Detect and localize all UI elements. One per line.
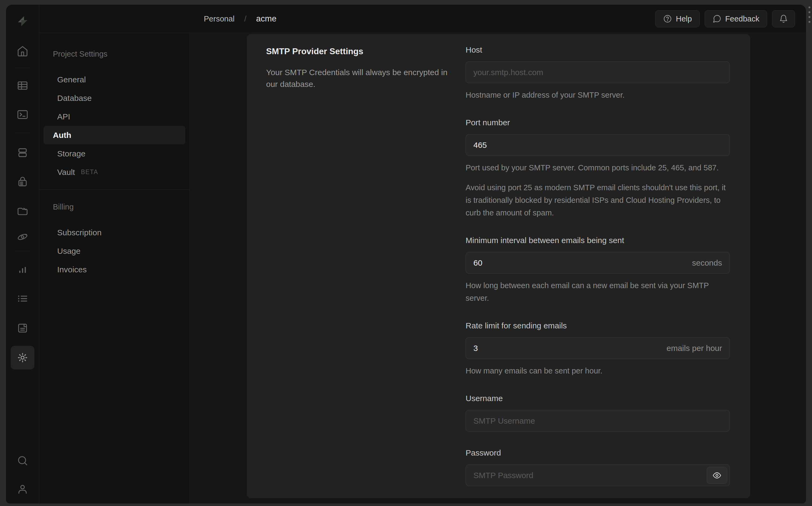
rail-item-search[interactable] (11, 449, 34, 473)
reveal-password-button[interactable] (707, 467, 727, 484)
help-button[interactable]: Help (655, 10, 700, 27)
bell-icon (779, 14, 788, 23)
username-label: Username (466, 394, 730, 403)
supabase-logo[interactable] (6, 15, 39, 27)
host-helper: Hostname or IP address of your SMTP serv… (466, 89, 730, 101)
gear-icon (17, 352, 28, 363)
sidebar-item-storage[interactable]: Storage (44, 144, 185, 163)
help-circle-icon (663, 14, 672, 23)
rail-item-edge-functions[interactable] (11, 225, 34, 249)
host-label: Host (466, 45, 730, 55)
supabase-logo-icon (17, 15, 28, 27)
database-icon (17, 147, 28, 159)
host-input[interactable] (473, 68, 722, 77)
home-icon (17, 45, 28, 57)
nav-divider (39, 189, 190, 190)
breadcrumb-project[interactable]: acme (256, 14, 277, 24)
username-input-wrap (466, 410, 730, 432)
interval-helper: How long between each email can a new em… (466, 279, 730, 305)
breadcrumb-org[interactable]: Personal (204, 14, 234, 23)
main-content: SMTP Provider Settings Your SMTP Credent… (190, 33, 806, 504)
port-input-wrap (466, 134, 730, 156)
sidebar-item-vault[interactable]: Vault BETA (44, 163, 185, 181)
rate-field-group: Rate limit for sending emails emails per… (466, 321, 730, 377)
sql-editor-icon (17, 109, 28, 120)
password-input-wrap (466, 465, 730, 486)
rate-suffix: emails per hour (666, 344, 722, 353)
auth-lock-icon (17, 176, 28, 187)
storage-icon (17, 205, 28, 217)
user-icon (17, 483, 28, 495)
docs-icon (17, 322, 28, 334)
rail-item-docs[interactable] (11, 316, 34, 340)
table-editor-icon (17, 80, 28, 91)
rate-label: Rate limit for sending emails (466, 321, 730, 330)
port-input[interactable] (473, 141, 722, 150)
sidebar-item-auth[interactable]: Auth (44, 126, 185, 144)
interval-input[interactable] (473, 258, 692, 267)
host-input-wrap (466, 62, 730, 83)
password-field-group: Password (466, 448, 730, 486)
rail-divider (15, 133, 30, 133)
rail-item-home[interactable] (11, 39, 34, 63)
rate-helper: How many emails can be sent per hour. (466, 365, 730, 377)
beta-badge: BETA (81, 168, 98, 176)
scrollbar-thumb[interactable] (808, 6, 811, 26)
interval-suffix: seconds (692, 258, 722, 267)
sidebar-item-database[interactable]: Database (44, 89, 185, 107)
host-field-group: Host Hostname or IP address of your SMTP… (466, 45, 730, 101)
breadcrumb-separator: / (244, 14, 246, 23)
rail-item-authentication[interactable] (11, 170, 34, 193)
feedback-bubble-icon (712, 14, 722, 23)
sidebar-item-usage[interactable]: Usage (44, 242, 185, 260)
rate-input[interactable] (473, 344, 666, 353)
feedback-button[interactable]: Feedback (705, 10, 767, 27)
port-field-group: Port number Port used by your SMTP serve… (466, 118, 730, 219)
rate-input-wrap: emails per hour (466, 337, 730, 359)
rail-divider (15, 68, 30, 68)
port-label: Port number (466, 118, 730, 127)
settings-sidenav: Settings Project Settings General Databa… (39, 5, 190, 504)
rail-item-database[interactable] (11, 141, 34, 164)
notifications-button[interactable] (772, 10, 795, 27)
rail-item-project-settings[interactable] (11, 346, 34, 369)
sidebar-item-invoices[interactable]: Invoices (44, 260, 185, 279)
sidebar-item-general[interactable]: General (44, 70, 185, 89)
interval-label: Minimum interval between emails being se… (466, 236, 730, 245)
reports-icon (17, 264, 28, 276)
username-field-group: Username (466, 394, 730, 432)
panel-title: SMTP Provider Settings (266, 47, 454, 56)
rail-item-table-editor[interactable] (11, 74, 34, 97)
rail-item-reports[interactable] (11, 258, 34, 282)
smtp-settings-panel: SMTP Provider Settings Your SMTP Credent… (247, 34, 750, 498)
edge-functions-icon (17, 231, 28, 243)
sidebar-item-api[interactable]: API (44, 107, 185, 126)
username-input[interactable] (473, 416, 722, 425)
app-window: Settings Project Settings General Databa… (6, 4, 806, 504)
password-label: Password (466, 448, 730, 457)
interval-input-wrap: seconds (466, 252, 730, 274)
header-actions: Help Feedback (655, 5, 795, 33)
port-helper: Port used by your SMTP server. Common po… (466, 162, 730, 174)
nav-section-project-settings: Project Settings (39, 50, 190, 59)
interval-field-group: Minimum interval between emails being se… (466, 236, 730, 305)
search-icon (17, 455, 28, 467)
smtp-form: Host Hostname or IP address of your SMTP… (466, 45, 730, 498)
rail-item-storage[interactable] (11, 199, 34, 223)
eye-icon (713, 471, 721, 480)
panel-description: Your SMTP Credentials will always be enc… (266, 67, 454, 90)
top-header: Personal / acme Help Feedback (39, 5, 806, 33)
nav-section-billing: Billing (39, 202, 190, 212)
rail-item-logs[interactable] (11, 287, 34, 311)
sidebar-item-subscription[interactable]: Subscription (44, 223, 185, 242)
logs-icon (17, 293, 28, 305)
password-input[interactable] (473, 471, 722, 480)
port-note: Avoid using port 25 as modern SMTP email… (466, 181, 730, 219)
icon-rail (6, 5, 39, 504)
rail-item-account[interactable] (11, 477, 34, 501)
panel-intro: SMTP Provider Settings Your SMTP Credent… (266, 47, 454, 90)
rail-item-sql-editor[interactable] (11, 103, 34, 126)
breadcrumb: Personal / acme (204, 5, 277, 33)
